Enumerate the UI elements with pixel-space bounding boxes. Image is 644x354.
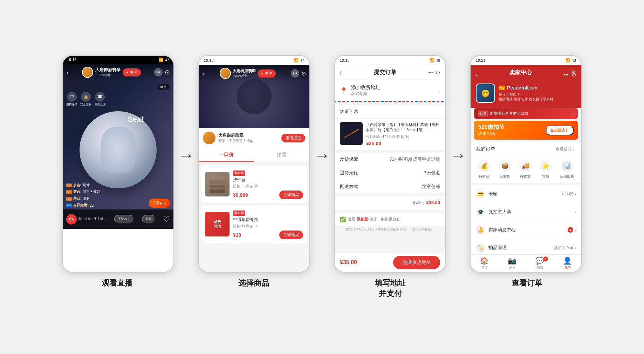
order-item-name: 【西泠篆康毛笔】【笔头材料】羊毫【笔杆材料】竹【笔口径】11.2mm【笔...: [366, 122, 440, 133]
golden-banner[interactable]: 520微拍节 隆重登场 点击进入》: [474, 121, 578, 140]
orders-section-header: 我的订单 查看全部 》: [471, 142, 581, 155]
product2-buy-button[interactable]: 立即购买: [279, 231, 303, 239]
order-item: 【西泠篆康毛笔】【笔头材料】羊毫【笔杆材料】竹【笔口径】11.2mm【笔... …: [335, 119, 445, 150]
label-phone1: 观看直播: [102, 279, 132, 287]
more-button[interactable]: •••: [154, 68, 163, 76]
seller-profile-row: 😊 V1 PeacefulLion 积分 0 粉丝 1 拍摄照片 店铺名片 朋友…: [476, 84, 576, 103]
phone1-bottom-bar: 🛍 点击这里一下主播～ 下载APP 分享 ♡: [63, 209, 173, 229]
follow-button[interactable]: + 关注: [123, 68, 141, 76]
address-section[interactable]: 📍 添加收货地址 获取地址 ›: [335, 80, 445, 102]
disclaimer-text: 提交订单即表示同意《微拍堂交易服务协议》《隐私保护政策》: [335, 226, 445, 234]
aftersale-icon: 💬: [95, 92, 105, 102]
gear-icon[interactable]: ⚙: [571, 69, 576, 76]
chat-badge-4: V2: [66, 203, 72, 207]
product1-buy-button[interactable]: 立即购买: [279, 191, 303, 199]
chat-text-3: 谢谢: [83, 196, 90, 201]
product-img-2: 邮费补拍: [205, 212, 229, 236]
viewers-count: 10万+: [157, 84, 170, 90]
phone2-jade: [237, 79, 272, 114]
order-icon-pending-receive[interactable]: 🚚 待收货: [519, 160, 532, 179]
share-button[interactable]: 分享: [142, 215, 155, 223]
product2-price-row: ¥10 立即购买: [233, 231, 303, 239]
feature-protection: 🛡 消费保障: [66, 92, 77, 106]
phone2-back-button[interactable]: ‹: [202, 69, 205, 78]
nav-mine-icon: 👤: [563, 256, 572, 265]
countdown-value: 47 时 59 分 57 秒: [382, 135, 409, 139]
back-button[interactable]: ‹: [66, 68, 69, 76]
product2-price: ¥10: [233, 232, 241, 238]
total-price: ¥35.00: [340, 259, 357, 266]
label-phone4: 查看订单: [512, 279, 542, 287]
safe-icon: 🔒: [81, 92, 91, 102]
golden-subtitle: 隆重登场: [478, 131, 505, 137]
sext-overlay: Sext: [128, 115, 144, 124]
messages-badge: 1: [568, 227, 573, 233]
label-phone3: 填写地址并支付: [375, 279, 406, 298]
product2-tag: 即时购: [233, 211, 245, 216]
phone2-back-bar: ‹ 大唐御府翡翠 40693粉丝 + 关注 ••• ⊙: [199, 65, 309, 82]
phone2-more-button[interactable]: •••: [291, 69, 299, 78]
phone2-follow-button[interactable]: + 关注: [258, 69, 275, 78]
return-value: 7天包退: [424, 170, 440, 176]
seller-right-info: V1 PeacefulLion 积分 0 粉丝 1 拍摄照片 店铺名片 朋友圈分…: [499, 85, 576, 102]
order-icon-aftersale[interactable]: ⭐ 售后: [539, 160, 552, 179]
nav-home-label: 首页: [481, 266, 488, 270]
menu-item-university[interactable]: 🎓 微拍堂大学 ›: [471, 203, 581, 221]
aftersale-order-label: 售后: [542, 174, 549, 179]
pay-button[interactable]: 选择收货地址: [393, 256, 440, 269]
product-card-2: 邮费补拍 即时购 中通邮费专拍 已售 83 库存 16 ¥10 立即购买: [201, 206, 307, 243]
phone3-more[interactable]: •••: [428, 70, 433, 75]
bottom-payment-bar: ¥35.00 选择收货地址: [335, 253, 445, 272]
delivery-label: 配送方式: [340, 183, 358, 190]
target-button[interactable]: ⊙: [165, 68, 170, 76]
trust-banner: ✅ 使用 微拍堂 担保，购物更放心: [335, 213, 445, 226]
label-phone2: 选择商品: [238, 279, 269, 287]
user-info-bar: 大唐御府翡翠 11729观看 + 关注: [82, 67, 141, 78]
phone2-signal: 47: [300, 58, 304, 62]
tab-auction[interactable]: 拍卖: [254, 148, 309, 162]
phone4-more[interactable]: •••: [563, 72, 569, 78]
phone1-signal-icon: 📶: [159, 58, 164, 62]
order-icon-pending-ship[interactable]: 📦 待发货: [499, 160, 511, 179]
user-text: 大唐御府翡翠 11729观看: [95, 67, 121, 78]
tab-instant-price[interactable]: 一口价: [199, 148, 254, 162]
order-item-price: ¥35.00: [366, 141, 440, 146]
phone3-back-button[interactable]: ‹: [340, 68, 342, 76]
shop-report-icon: 📊: [561, 160, 573, 172]
phone1-status-bar: 19:16 📶 47: [63, 56, 173, 64]
countdown-label: 付款剩余:: [366, 135, 381, 139]
menu-item-balance[interactable]: 💳 余额 0.00元 ›: [471, 185, 581, 203]
menu-item-messages[interactable]: 🔔 卖家消息中心 1 ›: [471, 221, 581, 239]
phone3-signal-icon: 📶: [430, 58, 434, 62]
nav-publish[interactable]: 📷 发布: [498, 256, 526, 270]
address-sub: 获取地址: [351, 91, 435, 97]
nav-messages[interactable]: 💬 消息 1: [526, 256, 554, 270]
brush-icon: [343, 129, 359, 139]
order-icon-pending-pay[interactable]: 💰 待付款: [478, 160, 491, 179]
enter-shop-button[interactable]: 进店逛逛: [281, 134, 305, 142]
arrow3-container: →: [446, 146, 470, 182]
phone3-target[interactable]: ⊙: [436, 69, 440, 76]
university-chevron: ›: [575, 210, 576, 214]
share-gift-button[interactable]: 分享有礼: [149, 199, 170, 208]
nav-mine[interactable]: 👤 我的: [554, 256, 581, 270]
phone2-target-button[interactable]: ⊙: [301, 70, 306, 77]
download-app-button[interactable]: 下载APP: [114, 215, 134, 223]
product1-tag: 即时购: [233, 171, 245, 176]
pending-pay-label: 待付款: [479, 174, 489, 179]
heart-button[interactable]: ♡: [163, 215, 170, 224]
nav-home[interactable]: 🏠 首页: [471, 256, 498, 270]
phone3-wrapper: 19:18 📶 46 ‹ 提交订单 ••• ⊙: [334, 55, 446, 273]
trust-text: 使用 微拍堂 担保，购物更放心: [348, 216, 400, 222]
chat-badge-3: V1: [66, 197, 72, 201]
phone2: 19:16 📶 47 ‹: [198, 55, 310, 273]
see-all-button[interactable]: 查看全部 》: [556, 147, 576, 152]
product-info-2: 即时购 中通邮费专拍 已售 83 库存 16 ¥10 立即购买: [233, 209, 303, 239]
phone4-back-button[interactable]: ‹: [476, 71, 478, 79]
order-icon-shop-report[interactable]: 📊 店铺报表: [560, 160, 574, 179]
promo-close-button[interactable]: ×: [572, 112, 574, 116]
golden-button[interactable]: 点击进入》: [546, 125, 574, 135]
bottom-nav: 🏠 首页 📷 发布 💬 消息 1 👤 我的: [471, 254, 581, 272]
nav-home-icon: 🏠: [480, 256, 489, 265]
return-label: 退货无忧: [340, 170, 358, 176]
